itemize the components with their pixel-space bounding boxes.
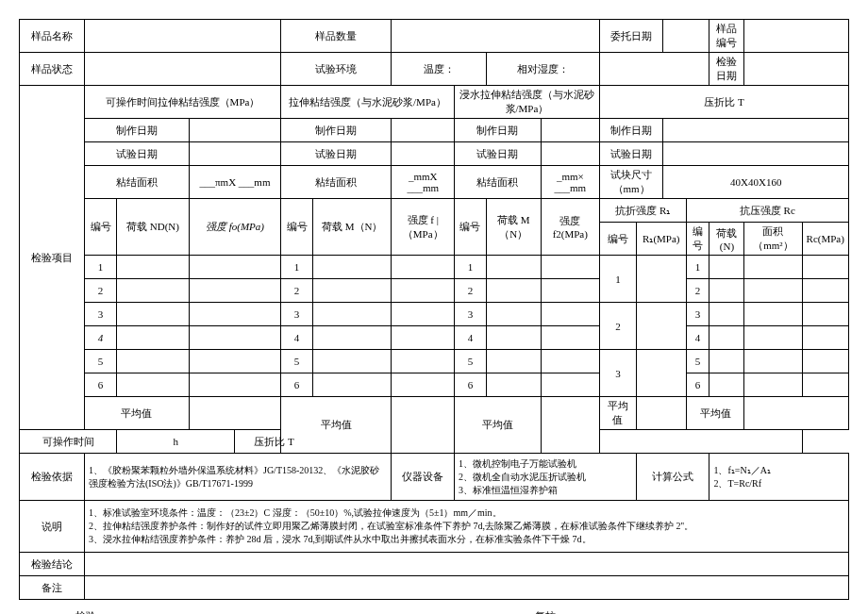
lbl-note: 说明 xyxy=(20,501,85,553)
n3b: 3 xyxy=(281,303,313,326)
val-equip: 1、微机控制电子万能试验机 2、微机全自动水泥压折试验机 3、标准恒温恒湿养护箱 xyxy=(454,454,636,501)
val-make4[interactable] xyxy=(663,119,849,142)
n1c: 1 xyxy=(454,256,486,279)
val-op-time: h xyxy=(117,430,235,454)
hdr-load3: 荷载 M（N） xyxy=(486,199,541,256)
n5d: 5 xyxy=(686,350,709,373)
hdr-tensile: 拉伸粘结强度（与水泥砂浆/MPa） xyxy=(281,86,455,119)
foot-review: 复核： xyxy=(535,609,849,614)
val-remark[interactable] xyxy=(85,576,849,600)
lbl-sample-no: 样品编号 xyxy=(709,20,744,53)
n4c: 4 xyxy=(454,326,486,350)
n4b: 4 xyxy=(281,326,313,350)
n3a: 3 xyxy=(85,303,117,326)
val-entrust-date[interactable] xyxy=(663,20,709,53)
val-test3[interactable] xyxy=(541,142,599,166)
val-sample-qty[interactable] xyxy=(392,20,599,53)
big2: 2 xyxy=(599,303,636,350)
hdr-optime-tensile: 可操作时间拉伸粘结强度（MPa） xyxy=(85,86,281,119)
hdr-no2: 编号 xyxy=(281,199,313,256)
lbl-bond3: 粘结面积 xyxy=(454,166,541,199)
n2a: 2 xyxy=(85,279,117,303)
val-note: 1、标准试验室环境条件：温度：（23±2）C 湿度：（50±10）%,试验拉伸速… xyxy=(85,501,849,553)
avg3: 平均值 xyxy=(454,397,541,454)
val-sample-no[interactable] xyxy=(744,20,849,53)
lbl-test2: 试验日期 xyxy=(281,142,392,166)
lbl-sample-state: 样品状态 xyxy=(20,53,85,86)
lbl-op-time: 可操作时间 xyxy=(20,430,117,454)
lbl-spec: 试块尺寸（mm） xyxy=(599,166,663,199)
val-env[interactable] xyxy=(599,53,709,86)
lbl-formula: 计算公式 xyxy=(637,454,709,501)
val-bond2: _mmX ___mm xyxy=(392,166,455,199)
val-sample-state[interactable] xyxy=(85,53,281,86)
n6d: 6 xyxy=(686,373,709,397)
val-make2[interactable] xyxy=(392,119,455,142)
n5a: 5 xyxy=(85,350,117,373)
avg4: 平均值 xyxy=(599,397,636,430)
val-ratio-t[interactable] xyxy=(599,430,802,454)
hdr-str1: 强度 fo(MPa) xyxy=(189,199,280,256)
val-make1[interactable] xyxy=(189,119,280,142)
lbl-hum: 相对湿度： xyxy=(486,53,599,86)
hdr-str2: 强度 f |（MPa） xyxy=(392,199,455,256)
hdr-loadN2: 荷载(N) xyxy=(709,223,744,256)
val-concl[interactable] xyxy=(85,553,849,576)
val-formula: 1、f₁=N₁／A₁ 2、T=Rc/Rf xyxy=(709,454,849,501)
n5b: 5 xyxy=(281,350,313,373)
lbl-entrust-date: 委托日期 xyxy=(599,20,663,53)
foot-inspect: 检验： xyxy=(19,609,107,614)
hdr-compRc: 抗压强度 Rc xyxy=(686,199,848,223)
n6b: 6 xyxy=(281,373,313,397)
val-test1[interactable] xyxy=(189,142,280,166)
n2c: 2 xyxy=(454,279,486,303)
footer: 检验： 复核： xyxy=(19,600,849,614)
n1a: 1 xyxy=(85,256,117,279)
val-test4[interactable] xyxy=(663,142,849,166)
big3: 3 xyxy=(599,350,636,397)
lbl-sample-qty: 样品数量 xyxy=(281,20,392,53)
hdr-no4: 编号 xyxy=(599,223,636,256)
lbl-test3: 试验日期 xyxy=(454,142,541,166)
lbl-inspect-date: 检验日期 xyxy=(709,53,744,86)
hdr-load1: 荷载 ND(N) xyxy=(117,199,190,256)
val-spec: 40X40X160 xyxy=(663,166,849,199)
lbl-bond2: 粘结面积 xyxy=(281,166,392,199)
n2d: 2 xyxy=(686,279,709,303)
avg5: 平均值 xyxy=(686,397,744,430)
hdr-no1: 编号 xyxy=(85,199,117,256)
n3d: 3 xyxy=(686,303,709,326)
hdr-flexR: 抗折强度 R₁ xyxy=(599,199,686,223)
lbl-basis: 检验依据 xyxy=(20,454,85,501)
n3c: 3 xyxy=(454,303,486,326)
hdr-load2: 荷载 M（N） xyxy=(313,199,392,256)
n1d: 1 xyxy=(686,256,709,279)
lbl-sample-name: 样品名称 xyxy=(20,20,85,53)
val-sample-name[interactable] xyxy=(85,20,281,53)
lbl-make4: 制作日期 xyxy=(599,119,663,142)
inspection-form: 样品名称 样品数量 委托日期 样品编号 样品状态 试验环境 温度： 相对湿度： … xyxy=(19,19,849,600)
val-test2[interactable] xyxy=(392,142,455,166)
hdr-no5: 编号 xyxy=(686,223,709,256)
lbl-remark: 备注 xyxy=(20,576,85,600)
lbl-equip: 仪器设备 xyxy=(392,454,455,501)
n2b: 2 xyxy=(281,279,313,303)
lbl-make2: 制作日期 xyxy=(281,119,392,142)
hdr-soak-tensile: 浸水拉伸粘结强度（与水泥砂浆/MPa） xyxy=(454,86,599,119)
hdr-ratio: 压折比 T xyxy=(599,86,848,119)
avg1: 平均值 xyxy=(85,397,190,430)
lbl-ratio-t: 压折比 T xyxy=(235,430,313,454)
n4a: 4 xyxy=(85,326,117,350)
val-basis: 1、《胶粉聚苯颗粒外墙外保温系统材料》JG/T158-20132、《水泥胶砂强度… xyxy=(85,454,392,501)
hdr-rmpa: Rc(MPa) xyxy=(802,223,848,256)
n1b: 1 xyxy=(281,256,313,279)
hdr-no3: 编号 xyxy=(454,199,486,256)
val-inspect-date[interactable] xyxy=(744,53,849,86)
val-make3[interactable] xyxy=(541,119,599,142)
n6c: 6 xyxy=(454,373,486,397)
big1: 1 xyxy=(599,256,636,303)
lbl-temp: 温度： xyxy=(392,53,487,86)
lbl-test-env: 试验环境 xyxy=(281,53,392,86)
n6a: 6 xyxy=(85,373,117,397)
lbl-test-items: 检验项目 xyxy=(20,86,85,430)
